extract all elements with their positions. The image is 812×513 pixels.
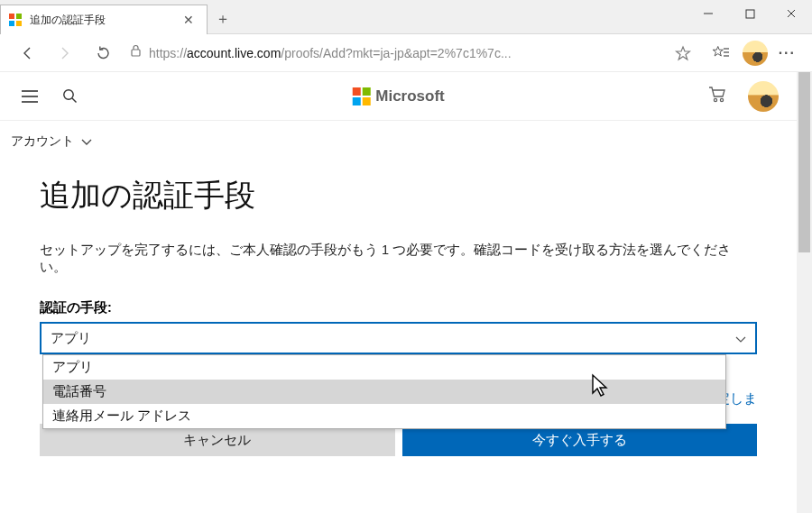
svg-rect-0 — [9, 14, 14, 19]
svg-rect-1 — [16, 14, 22, 19]
svg-point-17 — [714, 98, 716, 101]
nav-back-button[interactable] — [11, 39, 43, 68]
select-label: 認証の手段: — [40, 299, 757, 316]
nav-refresh-button[interactable] — [87, 39, 119, 68]
svg-rect-8 — [132, 50, 140, 56]
svg-rect-3 — [16, 21, 22, 26]
breadcrumb-label: アカウント — [11, 133, 74, 150]
new-tab-button[interactable]: ＋ — [208, 5, 238, 34]
chevron-down-icon — [81, 134, 92, 149]
tab-close-icon[interactable]: ✕ — [180, 13, 198, 27]
svg-rect-2 — [9, 21, 14, 26]
microsoft-logo[interactable]: Microsoft — [352, 87, 445, 105]
select-option-app[interactable]: アプリ — [43, 355, 725, 380]
tab-favicon — [8, 13, 23, 27]
tab-title: 追加の認証手段 — [30, 13, 180, 28]
vertical-scrollbar[interactable] — [797, 72, 812, 513]
select-option-phone[interactable]: 電話番号 — [43, 380, 725, 404]
page-header: Microsoft — [0, 72, 797, 121]
verification-method-select[interactable]: アプリ — [40, 322, 757, 354]
browser-address-bar: https://account.live.com/proofs/Add?mkt=… — [0, 34, 812, 72]
browser-tab[interactable]: 追加の認証手段 ✕ — [0, 5, 208, 34]
page-description: セットアップを完了するには、ご本人確認の手段がもう 1 つ必要です。確認コードを… — [40, 242, 757, 276]
scrollbar-thumb[interactable] — [798, 72, 810, 252]
favorite-button[interactable] — [667, 39, 699, 68]
svg-point-15 — [63, 90, 72, 99]
chevron-down-icon — [735, 331, 746, 346]
main-content: 追加の認証手段 セットアップを完了するには、ご本人確認の手段がもう 1 つ必要で… — [0, 157, 797, 492]
user-avatar[interactable] — [748, 81, 779, 112]
page-title: 追加の認証手段 — [40, 175, 757, 216]
lock-icon — [130, 44, 142, 61]
more-menu-button[interactable]: ··· — [773, 45, 801, 61]
page-content: Microsoft アカウント 追加の認証手段 セットアップを完了するには、ご本… — [0, 72, 797, 513]
svg-rect-5 — [746, 10, 754, 18]
profile-avatar[interactable] — [743, 41, 768, 66]
favorites-list-button[interactable] — [705, 39, 737, 68]
microsoft-logo-icon — [352, 87, 370, 105]
svg-point-18 — [720, 98, 723, 101]
search-icon[interactable] — [58, 85, 81, 108]
window-minimize-button[interactable] — [687, 0, 729, 27]
address-url: https://account.live.com/proofs/Add?mkt=… — [149, 46, 512, 60]
verification-method-select-wrap: アプリ アプリ 電話番号 連絡用メール アドレス — [40, 322, 757, 354]
select-option-email[interactable]: 連絡用メール アドレス — [43, 404, 725, 428]
menu-icon[interactable] — [18, 85, 42, 108]
breadcrumb[interactable]: アカウント — [0, 121, 797, 157]
nav-forward-button[interactable] — [49, 39, 81, 68]
cart-icon[interactable] — [708, 86, 726, 106]
select-value: アプリ — [51, 330, 91, 347]
svg-line-16 — [72, 98, 77, 103]
browser-titlebar: 追加の認証手段 ✕ ＋ — [0, 0, 812, 34]
window-maximize-button[interactable] — [729, 0, 770, 27]
address-box[interactable]: https://account.live.com/proofs/Add?mkt=… — [125, 40, 661, 67]
microsoft-logo-text: Microsoft — [375, 87, 445, 105]
window-close-button[interactable] — [770, 0, 812, 27]
select-dropdown: アプリ 電話番号 連絡用メール アドレス — [42, 354, 726, 429]
